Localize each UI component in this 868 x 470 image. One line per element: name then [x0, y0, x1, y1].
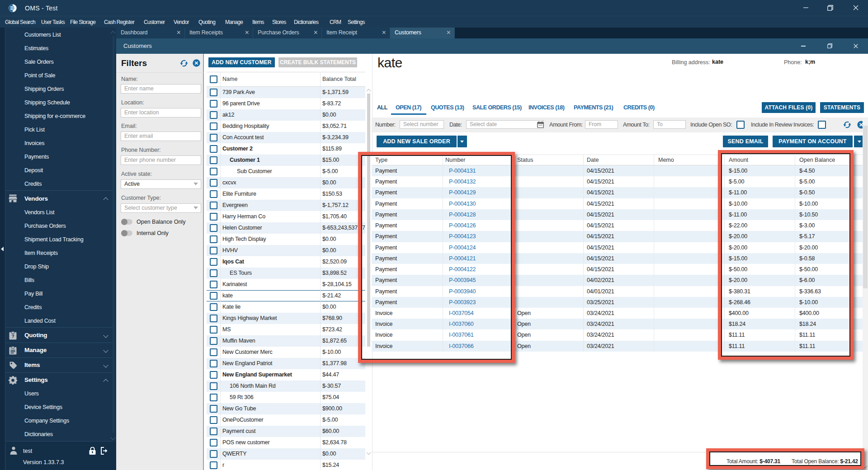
svg-text:?: ? [11, 334, 14, 339]
